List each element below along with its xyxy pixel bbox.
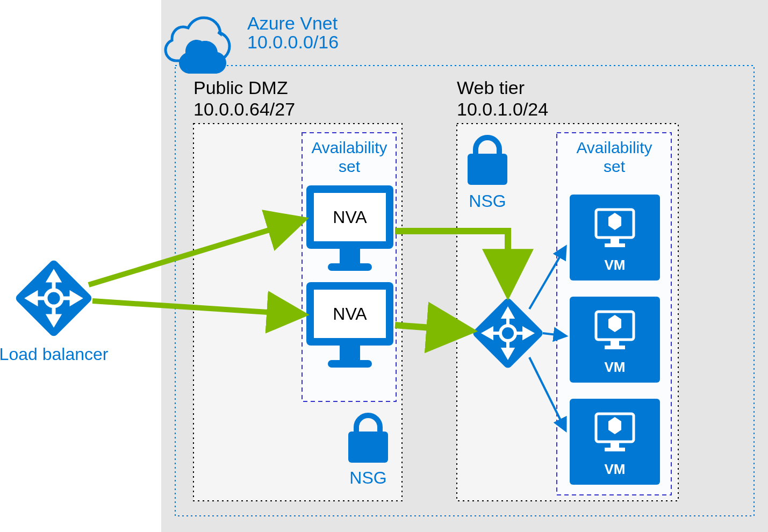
- dmz-cidr: 10.0.0.64/27: [193, 99, 295, 119]
- svg-rect-3: [328, 263, 372, 271]
- vm-tile-3: VM: [570, 399, 660, 485]
- nva-label-1: NVA: [333, 207, 367, 227]
- dmz-nsg-label: NSG: [349, 468, 386, 487]
- vm-label-1: VM: [605, 257, 626, 273]
- dmz-availability-label-1: Availability: [311, 139, 387, 156]
- svg-rect-7: [328, 360, 372, 368]
- svg-rect-13: [605, 243, 625, 247]
- svg-rect-8: [348, 432, 388, 463]
- web-cidr: 10.0.1.0/24: [457, 99, 548, 119]
- web-title: Web tier: [457, 77, 525, 98]
- nva-label-2: NVA: [333, 304, 367, 323]
- vm-label-3: VM: [605, 461, 626, 477]
- svg-rect-2: [340, 249, 360, 265]
- vm-tile-2: VM: [570, 297, 660, 383]
- vm-label-2: VM: [605, 359, 626, 375]
- web-availability-label-2: set: [604, 157, 626, 175]
- web-availability-label-1: Availability: [576, 139, 652, 156]
- svg-rect-6: [340, 346, 360, 362]
- vm-tile-1: VM: [570, 195, 660, 281]
- svg-rect-9: [468, 154, 507, 185]
- vnet-title: Azure Vnet: [247, 13, 338, 33]
- svg-rect-17: [605, 346, 625, 349]
- vnet-cidr: 10.0.0.0/16: [247, 32, 339, 52]
- dmz-availability-label-2: set: [339, 157, 361, 175]
- dmz-title: Public DMZ: [193, 77, 288, 98]
- external-lb-label: Load balancer: [0, 344, 109, 364]
- svg-rect-21: [605, 448, 625, 451]
- external-lb-icon: [14, 258, 93, 337]
- web-nsg-label: NSG: [469, 191, 506, 211]
- azure-architecture-diagram: Azure Vnet 10.0.0.0/16 Public DMZ 10.0.0…: [0, 0, 768, 532]
